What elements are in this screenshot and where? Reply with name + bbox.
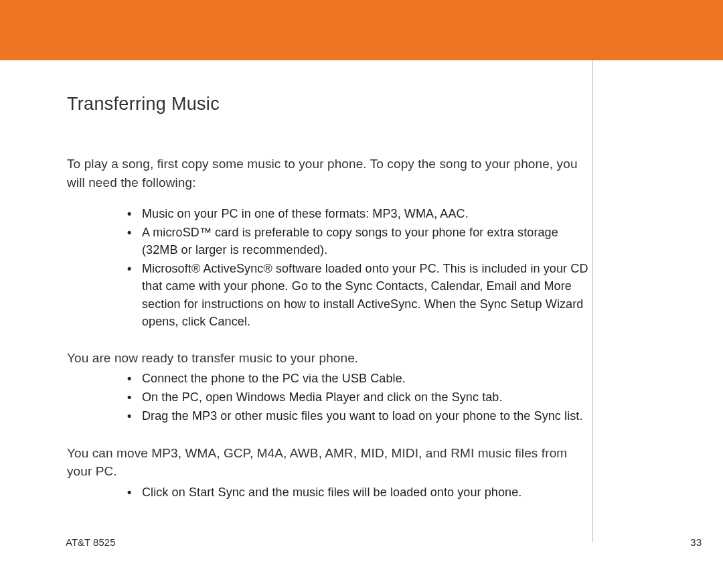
list-item: Music on your PC in one of these formats… — [127, 205, 592, 222]
content-area: Transferring Music To play a song, first… — [67, 60, 592, 542]
mid-paragraph: You are now ready to transfer music to y… — [67, 349, 592, 368]
list-item: A microSD™ card is preferable to copy so… — [127, 224, 592, 259]
steps-list: Connect the phone to the PC via the USB … — [67, 370, 592, 425]
header-accent-bar — [0, 0, 723, 60]
list-item: Connect the phone to the PC via the USB … — [127, 370, 592, 387]
vertical-divider — [592, 60, 593, 542]
page-footer: AT&T 8525 33 — [66, 536, 702, 548]
intro-paragraph: To play a song, first copy some music to… — [67, 155, 592, 192]
last-paragraph: You can move MP3, WMA, GCP, M4A, AWB, AM… — [67, 444, 592, 481]
list-item: Drag the MP3 or other music files you wa… — [127, 407, 592, 425]
list-item: On the PC, open Windows Media Player and… — [127, 388, 592, 406]
page-title: Transferring Music — [67, 94, 592, 115]
requirements-list: Music on your PC in one of these formats… — [67, 205, 592, 330]
final-list: Click on Start Sync and the music files … — [67, 484, 592, 501]
list-item: Microsoft® ActiveSync® software loaded o… — [127, 260, 592, 329]
footer-product-name: AT&T 8525 — [66, 536, 116, 548]
footer-page-number: 33 — [690, 536, 702, 548]
list-item: Click on Start Sync and the music files … — [127, 484, 592, 501]
